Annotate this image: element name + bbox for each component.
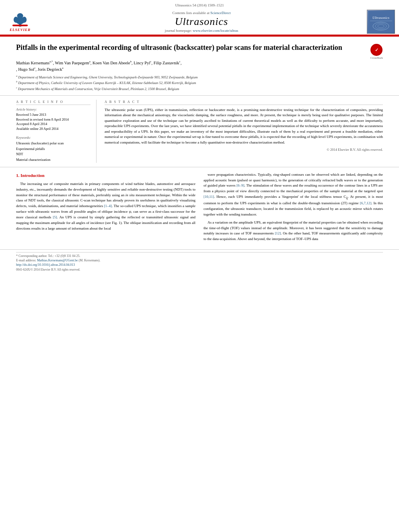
section1-para3: As a variation on the amplitude UPS, an … <box>204 220 383 242</box>
article-title-section: Pitfalls in the experimental recording o… <box>0 37 399 96</box>
svg-rect-6 <box>368 11 394 33</box>
doi-link[interactable]: http://dx.doi.org/10.1016/j.ultras.2014.… <box>16 263 383 267</box>
author1-name: Mathias Kersemans <box>16 61 49 65</box>
revised-date: Received in revised form 8 April 2014 <box>16 117 90 122</box>
sciencedirect-link[interactable]: ScienceDirect <box>210 11 230 15</box>
crossmark-icon: ✓ <box>370 44 383 56</box>
two-col-body: 1. Introduction The increasing use of co… <box>16 172 383 245</box>
keywords-label: Keywords: <box>16 136 90 140</box>
affiliations: a Department of Materials Science and En… <box>16 74 383 92</box>
footnote-email: E-mail address: Mathias.Kersemans@UGent.… <box>16 259 383 262</box>
received-date: Received 5 June 2013 <box>16 113 90 117</box>
article-title: Pitfalls in the experimental recording o… <box>16 43 383 60</box>
doi-text: Ultrasonics 54 (2014) 1509–1521 <box>175 3 224 7</box>
keyword-2: Experimental pitfalls <box>16 146 90 152</box>
article-footer: * Corresponding author. Tel.: +32 (0)9 3… <box>0 249 399 273</box>
section1-para2: wave propagation characteristics. Typica… <box>204 172 383 218</box>
elsevier-tree-icon <box>10 12 30 27</box>
svg-point-4 <box>17 13 23 18</box>
journal-name-center: Contents lists available at ScienceDirec… <box>36 11 367 33</box>
info-abstract-row: A R T I C L E I N F O Article history: R… <box>0 96 399 167</box>
affiliation-a: a Department of Materials Science and En… <box>16 74 383 80</box>
abstract-copyright: © 2014 Elsevier B.V. All rights reserved… <box>105 148 383 152</box>
abstract-heading: A B S T R A C T <box>105 100 383 105</box>
crossmark-badge: ✓ CrossMark <box>370 44 383 60</box>
body-col-left: 1. Introduction The increasing use of co… <box>16 172 195 245</box>
crossmark-label: CrossMark <box>370 56 383 60</box>
keyword-3: NDT <box>16 152 90 157</box>
journal-title: Ultrasonics <box>36 16 367 28</box>
body-col-right: wave propagation characteristics. Typica… <box>204 172 383 245</box>
accepted-date: Accepted 8 April 2014 <box>16 122 90 127</box>
article-info-heading: A R T I C L E I N F O <box>16 100 90 105</box>
journal-thumbnail: Ultrasonics <box>367 10 395 34</box>
footnote-star-text: * Corresponding author. Tel.: +32 (0)9 3… <box>16 254 80 258</box>
keyword-4: Material characterization <box>16 157 90 163</box>
elsevier-logo: ELSEVIER <box>4 11 36 33</box>
svg-point-3 <box>22 16 27 23</box>
article-info-col: A R T I C L E I N F O Article history: R… <box>16 100 97 163</box>
article-title-text: Pitfalls in the experimental recording o… <box>16 43 366 52</box>
homepage-link[interactable]: www.elsevier.com/locate/ultras <box>193 29 238 33</box>
keyword-1: Ultrasonic (backscatter) polar scan <box>16 141 90 146</box>
svg-point-2 <box>14 16 18 23</box>
affiliation-c: c Department Mechanics of Materials and … <box>16 86 383 92</box>
section1-para1: The increasing use of composite material… <box>16 181 195 232</box>
elsevier-label: ELSEVIER <box>10 28 31 32</box>
crossmark-svg: ✓ <box>371 44 382 55</box>
email-label: E-mail address: <box>16 259 36 262</box>
red-divider <box>0 35 399 36</box>
email-suffix: (M. Kersemans). <box>79 259 101 262</box>
svg-rect-5 <box>12 25 28 26</box>
abstract-text: The ultrasonic polar scan (UPS), either … <box>105 107 383 146</box>
section1-title: 1. Introduction <box>16 172 195 179</box>
abstract-col: A B S T R A C T The ultrasonic polar sca… <box>105 100 383 163</box>
available-date: Available online 20 April 2014 <box>16 127 90 131</box>
main-body: 1. Introduction The increasing use of co… <box>0 167 399 250</box>
journal-cover-icon: Ultrasonics <box>368 11 394 33</box>
history-label: Article history: <box>16 107 90 111</box>
footnote-corresponding: * Corresponding author. Tel.: +32 (0)9 3… <box>16 254 383 258</box>
svg-text:✓: ✓ <box>374 47 378 52</box>
journal-header: Ultrasonics 54 (2014) 1509–1521 ELSEVIER… <box>0 0 399 37</box>
svg-text:Ultrasonics: Ultrasonics <box>372 16 389 20</box>
email-address[interactable]: Mathias.Kersemans@UGent.be <box>37 259 78 262</box>
contents-line: Contents lists available at ScienceDirec… <box>36 11 367 15</box>
footer-copyright: 0041-624X/© 2014 Elsevier B.V. All right… <box>16 268 383 271</box>
authors-line: Mathias Kersemansa,*, Wim Van Paepegema,… <box>16 60 383 73</box>
affiliation-b: b Department of Physics, Catholic Univer… <box>16 80 383 86</box>
homepage-line: journal homepage: www.elsevier.com/locat… <box>36 29 367 33</box>
journal-title-row: ELSEVIER Contents lists available at Sci… <box>0 9 399 35</box>
keywords-list: Ultrasonic (backscatter) polar scan Expe… <box>16 141 90 162</box>
doi-top-bar: Ultrasonics 54 (2014) 1509–1521 <box>0 2 399 9</box>
